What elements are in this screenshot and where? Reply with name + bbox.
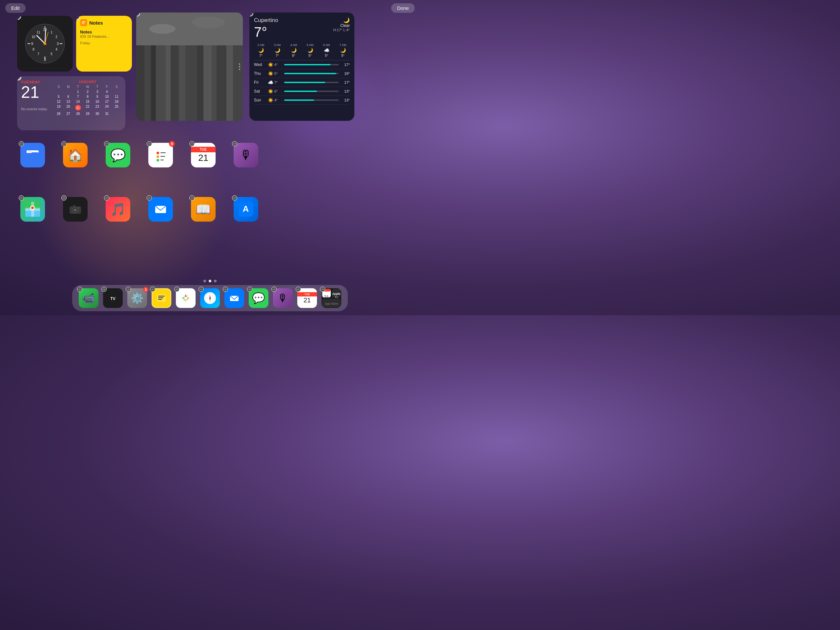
- app-books-wrap[interactable]: 📖: [191, 197, 216, 222]
- svg-text:1: 1: [51, 30, 52, 34]
- app-maps-icon[interactable]: [21, 197, 45, 222]
- dock-messages-icon[interactable]: 💬: [249, 288, 268, 308]
- app-appstore-icon[interactable]: A: [234, 197, 258, 222]
- remove-messages-button[interactable]: [104, 141, 109, 146]
- app-music-icon[interactable]: 🎵: [106, 197, 130, 222]
- app-mail-icon[interactable]: [148, 197, 173, 222]
- app-calendar-icon[interactable]: TUE 21: [191, 143, 216, 168]
- svg-text:10: 10: [32, 35, 35, 39]
- dock-mail-wrap[interactable]: [224, 288, 244, 308]
- remove-books-button[interactable]: [189, 195, 194, 201]
- remove-dock-facetime[interactable]: [77, 287, 82, 292]
- svg-point-42: [192, 16, 225, 28]
- edit-button[interactable]: Edit: [5, 3, 25, 13]
- svg-rect-46: [28, 151, 31, 152]
- svg-text:2: 2: [55, 35, 57, 39]
- remove-app-calendar-button[interactable]: [189, 141, 194, 146]
- app-appstore-wrap[interactable]: A: [234, 197, 258, 222]
- remove-dock-notes[interactable]: [150, 287, 155, 292]
- dock-calendar-wrap[interactable]: TUE 21: [297, 288, 317, 308]
- remove-home-button[interactable]: [62, 141, 66, 146]
- dock-messages-wrap[interactable]: 💬: [249, 288, 268, 308]
- remove-dock-tvprovider[interactable]: [320, 287, 325, 292]
- remove-podcasts-button[interactable]: [232, 141, 237, 146]
- notes-app-icon: [80, 19, 87, 26]
- svg-rect-53: [161, 160, 164, 160]
- svg-rect-23: [82, 22, 85, 23]
- remove-files-button[interactable]: [19, 141, 24, 146]
- app-books-icon[interactable]: 📖: [191, 197, 216, 222]
- app-files-wrap[interactable]: [21, 143, 45, 168]
- dock-podcasts-icon[interactable]: 🎙: [273, 288, 293, 308]
- done-button[interactable]: Done: [391, 3, 415, 13]
- app-mail-wrap[interactable]: [148, 197, 173, 222]
- svg-point-49: [156, 155, 159, 158]
- dock-photos-icon[interactable]: [176, 288, 196, 308]
- weather-widget: Cupertino 7° 🌙 Clear H:17° L:4° 2 AM🌙7° …: [249, 13, 354, 121]
- app-music-wrap[interactable]: 🎵: [106, 197, 130, 222]
- remove-mail-button[interactable]: [147, 195, 152, 201]
- app-podcasts-wrap[interactable]: 🎙: [234, 143, 258, 168]
- app-messages-wrap[interactable]: 💬: [106, 143, 130, 168]
- remove-weather-button[interactable]: [249, 13, 253, 16]
- dock-settings-wrap[interactable]: ⚙️ 3: [127, 288, 147, 308]
- dock-tvprovider-icon[interactable]: 21 Apple TV App Store: [322, 288, 341, 308]
- remove-music-button[interactable]: [104, 195, 109, 201]
- app-calendar-wrap[interactable]: TUE 21: [191, 143, 216, 168]
- app-reminders-wrap[interactable]: 8: [148, 143, 173, 168]
- page-dot-2[interactable]: [209, 280, 211, 282]
- dock-notes-wrap[interactable]: [152, 288, 171, 308]
- svg-text:7: 7: [38, 52, 39, 56]
- cal-no-events: No events today: [21, 107, 51, 111]
- page-dots: [204, 280, 216, 282]
- dock-mail-icon[interactable]: [224, 288, 244, 308]
- dock-photos-wrap[interactable]: [176, 288, 196, 308]
- dock-appletv-wrap[interactable]: TV: [103, 288, 123, 308]
- app-podcasts-icon[interactable]: 🎙: [234, 143, 258, 168]
- page-dot-3[interactable]: [214, 280, 216, 282]
- app-camera-icon[interactable]: [63, 197, 88, 222]
- svg-rect-77: [158, 299, 162, 300]
- remove-dock-safari[interactable]: [199, 287, 204, 292]
- note-date: Friday: [80, 41, 128, 45]
- remove-camera-button[interactable]: [62, 195, 66, 201]
- dock-safari-icon[interactable]: [200, 288, 220, 308]
- svg-text:App Store: App Store: [325, 302, 338, 306]
- remove-reminders-button[interactable]: [147, 141, 152, 146]
- dock-safari-wrap[interactable]: [200, 288, 220, 308]
- cal-day-number: 21: [21, 84, 51, 100]
- svg-point-48: [156, 152, 159, 154]
- dock-tvprovider-wrap[interactable]: 21 Apple TV App Store: [322, 288, 341, 308]
- app-files-icon[interactable]: [21, 143, 45, 168]
- dock-calendar-icon[interactable]: TUE 21: [297, 288, 317, 308]
- app-messages-icon[interactable]: 💬: [106, 143, 130, 168]
- dock-notes-icon[interactable]: [152, 288, 171, 308]
- dock-facetime-wrap[interactable]: 📹: [79, 288, 98, 308]
- svg-point-50: [156, 159, 159, 161]
- remove-appstore-button[interactable]: [232, 195, 237, 201]
- photo-widget: [136, 13, 243, 121]
- app-camera-wrap[interactable]: [63, 197, 88, 222]
- app-maps-wrap[interactable]: [21, 197, 45, 222]
- remove-dock-settings[interactable]: [126, 287, 131, 292]
- svg-rect-52: [161, 156, 165, 157]
- remove-dock-appletv[interactable]: [101, 287, 107, 292]
- app-home-wrap[interactable]: 🏠: [63, 143, 88, 168]
- dock-appletv-icon[interactable]: TV: [103, 288, 123, 308]
- app-reminders-icon[interactable]: [148, 143, 173, 168]
- remove-dock-calendar[interactable]: [296, 287, 301, 292]
- remove-maps-button[interactable]: [19, 195, 24, 201]
- page-dot-1[interactable]: [204, 280, 206, 282]
- svg-rect-22: [82, 21, 85, 22]
- remove-dock-podcasts[interactable]: [272, 287, 276, 292]
- remove-dock-photos[interactable]: [174, 287, 180, 292]
- dock-podcasts-wrap[interactable]: 🎙: [273, 288, 293, 308]
- app-home-icon[interactable]: 🏠: [63, 143, 88, 168]
- svg-point-79: [185, 297, 187, 299]
- remove-dock-mail[interactable]: [223, 287, 228, 292]
- remove-dock-messages[interactable]: [247, 287, 252, 292]
- svg-text:Apple: Apple: [332, 292, 340, 296]
- svg-rect-75: [158, 296, 165, 296]
- dock-facetime-icon[interactable]: 📹: [79, 288, 98, 308]
- svg-point-65: [74, 209, 76, 211]
